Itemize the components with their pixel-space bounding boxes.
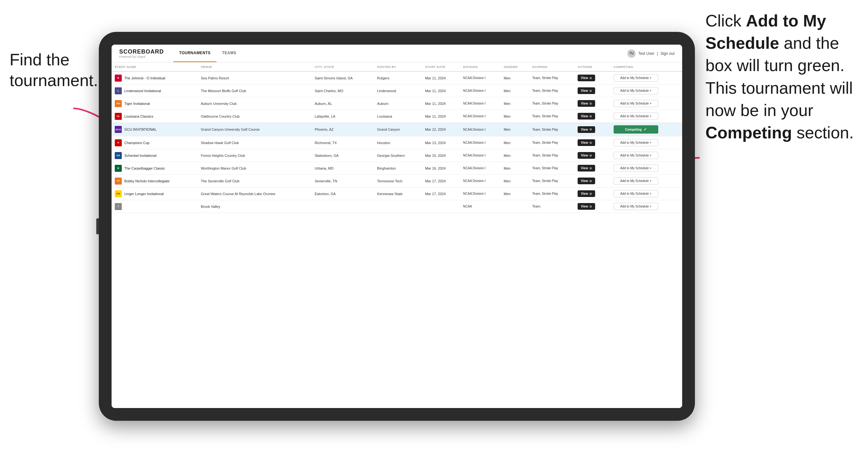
cell-city-state: Richmond, TX: [311, 136, 374, 149]
cell-competing: Add to My Schedule +: [611, 187, 682, 200]
event-name-text: The Carpetbagger Classic: [124, 166, 165, 170]
cell-start-date: Mar 12, 2024: [422, 123, 460, 136]
view-button[interactable]: View ⊙: [578, 87, 595, 94]
cell-venue: Brook Valley: [198, 200, 311, 213]
view-button[interactable]: View ⊙: [578, 165, 595, 172]
team-logo: GCU: [115, 126, 122, 133]
header-right: TU Test User | Sign out: [627, 50, 675, 58]
cell-competing: Add to My Schedule +: [611, 110, 682, 123]
cell-hosted-by: [374, 200, 422, 213]
cell-scoring: Team,: [529, 200, 575, 213]
cell-division: NCAA Division I: [460, 175, 500, 187]
cell-competing: Add to My Schedule +: [611, 85, 682, 97]
view-icon: ⊙: [589, 180, 592, 183]
view-button[interactable]: View ⊙: [578, 152, 595, 159]
cell-gender: Men: [500, 71, 529, 85]
view-icon: ⊙: [589, 205, 592, 208]
cell-event-name: L Lindenwood Invitational: [112, 85, 198, 97]
cell-start-date: Mar 11, 2024: [422, 85, 460, 97]
cell-actions: View ⊙: [575, 85, 611, 97]
cell-city-state: Auburn, AL: [311, 97, 374, 110]
view-button[interactable]: View ⊙: [578, 190, 595, 197]
cell-venue: Shadow Hawk Golf Club: [198, 136, 311, 149]
cell-scoring: Team, Stroke Play: [529, 85, 575, 97]
add-to-schedule-button[interactable]: Add to My Schedule +: [614, 164, 658, 172]
add-to-schedule-button[interactable]: Add to My Schedule +: [614, 100, 658, 107]
cell-venue: Auburn University Club: [198, 97, 311, 110]
team-logo: GS: [115, 152, 122, 159]
separator: |: [657, 51, 658, 56]
cell-start-date: Mar 17, 2024: [422, 175, 460, 187]
table-row: AU Tiger Invitational Auburn University …: [112, 97, 682, 110]
right-annotation: Click Add to My Schedule and the box wil…: [706, 9, 859, 144]
cell-event-name: KS Linger Longer Invitational: [112, 187, 198, 200]
tablet-screen: SCOREBOARD Powered by clippd TOURNAMENTS…: [112, 44, 682, 408]
cell-scoring: Team, Stroke Play: [529, 175, 575, 187]
cell-event-name: B The Carpetbagger Classic: [112, 162, 198, 175]
cell-division: NCAA Division I: [460, 187, 500, 200]
tab-teams[interactable]: TEAMS: [216, 44, 242, 62]
tab-tournaments[interactable]: TOURNAMENTS: [174, 44, 216, 62]
cell-hosted-by: Lindenwood: [374, 85, 422, 97]
view-button[interactable]: View ⊙: [578, 100, 595, 107]
team-logo: B: [115, 165, 122, 172]
left-annotation: Find the tournament.: [9, 50, 98, 91]
col-hosted-by: HOSTED BY: [374, 62, 422, 71]
cell-start-date: Mar 11, 2024: [422, 97, 460, 110]
cell-scoring: Team, Stroke Play: [529, 97, 575, 110]
event-name-text: Bobby Nichols Intercollegiate: [124, 179, 169, 183]
view-button[interactable]: View ⊙: [578, 203, 595, 210]
cell-hosted-by: Georgia Southern: [374, 149, 422, 162]
add-to-schedule-button[interactable]: Add to My Schedule +: [614, 190, 658, 197]
cell-city-state: Phoenix, AZ: [311, 123, 374, 136]
cell-city-state: Urbana, MD: [311, 162, 374, 175]
add-to-schedule-button[interactable]: Add to My Schedule +: [614, 177, 658, 185]
col-event-name: EVENT NAME: [112, 62, 198, 71]
cell-event-name: R The Johnnie - O Individual: [112, 71, 198, 85]
competing-button[interactable]: Competing ✓: [614, 125, 658, 133]
view-icon: ⊙: [589, 192, 592, 195]
cell-competing: Add to My Schedule +: [611, 149, 682, 162]
add-to-schedule-button[interactable]: Add to My Schedule +: [614, 113, 658, 120]
add-to-schedule-button[interactable]: Add to My Schedule +: [614, 87, 658, 94]
add-to-schedule-button[interactable]: Add to My Schedule +: [614, 74, 658, 82]
view-button[interactable]: View ⊙: [578, 126, 595, 133]
cell-hosted-by: Rutgers: [374, 71, 422, 85]
view-button[interactable]: View ⊙: [578, 74, 595, 81]
cell-scoring: Team, Stroke Play: [529, 110, 575, 123]
cell-actions: View ⊙: [575, 175, 611, 187]
view-icon: ⊙: [589, 89, 592, 92]
view-button[interactable]: View ⊙: [578, 139, 595, 146]
tournaments-table-container: EVENT NAME VENUE CITY, STATE HOSTED BY S…: [112, 62, 682, 408]
tournaments-table: EVENT NAME VENUE CITY, STATE HOSTED BY S…: [112, 62, 682, 213]
table-row: KS Linger Longer Invitational Great Wate…: [112, 187, 682, 200]
add-to-schedule-button[interactable]: Add to My Schedule +: [614, 152, 658, 159]
team-logo: L: [115, 87, 122, 94]
cell-division: NCAA Division I: [460, 110, 500, 123]
add-to-schedule-button[interactable]: Add to My Schedule +: [614, 139, 658, 146]
cell-hosted-by: Tennessee Tech: [374, 175, 422, 187]
cell-scoring: Team, Stroke Play: [529, 123, 575, 136]
cell-event-name: TT Bobby Nichols Intercollegiate: [112, 175, 198, 187]
add-to-schedule-button[interactable]: Add to My Schedule +: [614, 203, 658, 210]
logo-subtitle: Powered by clippd: [119, 55, 164, 58]
main-nav: TOURNAMENTS TEAMS: [174, 44, 242, 62]
cell-division: NCAA Division I: [460, 97, 500, 110]
event-name-text: The Johnnie - O Individual: [124, 76, 165, 80]
team-logo: TT: [115, 178, 122, 185]
view-button[interactable]: View ⊙: [578, 113, 595, 120]
table-row: R The Johnnie - O Individual Sea Palms R…: [112, 71, 682, 85]
cell-gender: [500, 200, 529, 213]
cell-hosted-by: Auburn: [374, 97, 422, 110]
view-icon: ⊙: [589, 128, 592, 131]
cell-gender: Men: [500, 149, 529, 162]
event-name-text: Lindenwood Invitational: [124, 89, 161, 93]
table-row: TT Bobby Nichols Intercollegiate The Sev…: [112, 175, 682, 187]
view-button[interactable]: View ⊙: [578, 178, 595, 184]
signout-link[interactable]: Sign out: [660, 51, 675, 56]
view-icon: ⊙: [589, 102, 592, 105]
col-division: DIVISION: [460, 62, 500, 71]
cell-start-date: Mar 17, 2024: [422, 187, 460, 200]
cell-division: NCAA Division I: [460, 71, 500, 85]
cell-city-state: Eatonton, GA: [311, 187, 374, 200]
